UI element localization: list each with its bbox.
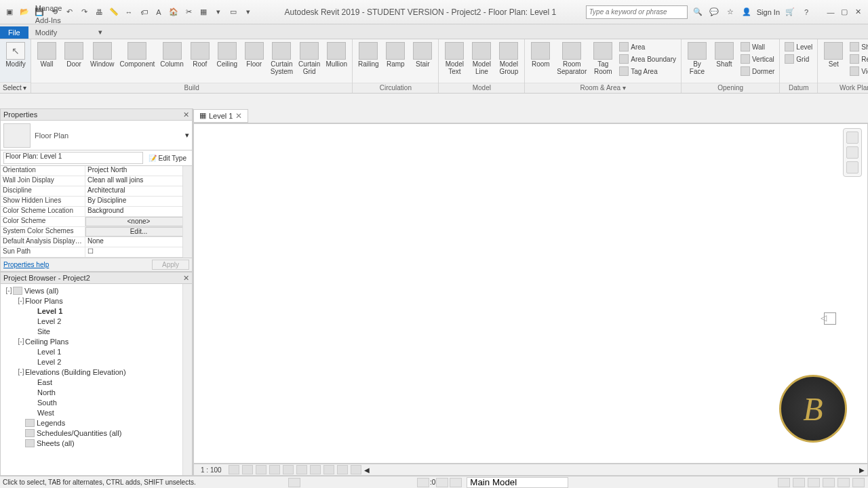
build-roof-button[interactable]: Roof (187, 41, 213, 69)
tree-node[interactable]: Level 2 (1, 357, 192, 367)
exchange-icon[interactable]: 🛒 (784, 6, 796, 18)
build-door-button[interactable]: Door (61, 41, 87, 69)
tree-node[interactable]: Schedules/Quantities (all) (1, 428, 192, 438)
signin-link[interactable]: Sign In (757, 8, 780, 16)
build-curtain-button[interactable]: CurtainSystem (269, 41, 295, 77)
room-tag-area-button[interactable]: Tag Area (617, 65, 678, 77)
datum-level-button[interactable]: Level (783, 41, 814, 53)
model-model-button[interactable]: ModelLine (469, 41, 494, 77)
opening-wall-button[interactable]: Wall (738, 41, 776, 53)
background-filter-icon[interactable] (852, 478, 865, 487)
sunpath-icon[interactable] (256, 465, 267, 474)
room-tag-button[interactable]: TagRoom (590, 41, 616, 77)
instance-dropdown[interactable]: Floor Plan: Level 1 (3, 152, 143, 164)
property-value[interactable]: Clean all wall joins (85, 176, 192, 186)
favorites-icon[interactable]: ☆ (724, 6, 736, 18)
file-tab[interactable]: File (0, 26, 28, 39)
modify-button[interactable]: ↖ Modify (3, 41, 28, 69)
property-value[interactable]: None (85, 237, 192, 247)
build-column-button[interactable]: Column (158, 41, 185, 69)
opening-dormer-button[interactable]: Dormer (738, 65, 776, 77)
view-scale[interactable]: 1 : 100 (197, 466, 226, 474)
thinlines-icon[interactable]: ▦ (197, 5, 210, 19)
help-icon[interactable]: ? (800, 6, 812, 18)
datum-grid-button[interactable]: Grid (783, 53, 814, 65)
maximize-button[interactable]: ▢ (838, 7, 850, 18)
property-row[interactable]: Sun Path (1, 247, 192, 258)
reveal-hidden-icon[interactable] (337, 465, 348, 474)
viewbar-left-arrow[interactable]: ◀ (364, 466, 370, 474)
property-row[interactable]: Show Hidden LinesBy Discipline (1, 197, 192, 207)
editable-only-icon[interactable] (436, 478, 448, 487)
ribbon-expand-icon[interactable]: ▾ (92, 26, 109, 39)
worksharing-display-icon[interactable] (351, 465, 361, 474)
default3d-icon[interactable]: 🏠 (167, 5, 180, 19)
property-row[interactable]: Color Scheme LocationBackground (1, 207, 192, 217)
tab-manage[interactable]: Manage (28, 2, 92, 14)
document-tab-close-icon[interactable]: ✕ (235, 111, 242, 121)
build-wall-button[interactable]: Wall (34, 41, 60, 69)
property-value[interactable]: By Discipline (85, 197, 192, 206)
workplane-viewer-button[interactable]: Viewer (848, 65, 868, 77)
workplane-ref-plane-button[interactable]: Ref Plane (848, 53, 868, 65)
close-button[interactable]: ✕ (852, 7, 864, 18)
tree-node[interactable]: South (1, 397, 192, 407)
minimize-button[interactable]: — (825, 7, 837, 18)
property-row[interactable]: OrientationProject North (1, 166, 192, 176)
hide-isolate-icon[interactable] (323, 465, 334, 474)
room-area-button[interactable]: Area (617, 41, 678, 53)
crop-icon[interactable] (296, 465, 307, 474)
room-room-button[interactable]: Room (528, 41, 553, 69)
search-icon[interactable]: 🔍 (692, 6, 704, 18)
property-value[interactable]: Background (85, 207, 192, 216)
property-value[interactable] (85, 247, 192, 257)
tab-modify[interactable]: Modify (28, 26, 92, 39)
property-value[interactable]: Edit... (85, 227, 192, 237)
expand-icon[interactable]: [-] (17, 338, 25, 345)
tree-node[interactable]: [-]Elevations (Building Elevation) (1, 367, 192, 377)
panel-title-room-area[interactable]: Room & Area ▾ (525, 83, 681, 93)
search-input[interactable] (586, 5, 688, 19)
workplane-show-button[interactable]: Show (848, 41, 868, 53)
workplane-set-button[interactable]: Set (821, 41, 846, 69)
browser-close-icon[interactable]: ✕ (183, 274, 189, 283)
expand-icon[interactable]: [-] (5, 287, 13, 294)
property-row[interactable]: Color Scheme<none> (1, 217, 192, 227)
worksets-icon[interactable] (288, 478, 300, 487)
property-value[interactable]: Project North (85, 166, 192, 176)
select-underlay-icon[interactable] (793, 478, 805, 487)
design-options-icon[interactable] (417, 478, 429, 487)
navwheel-icon[interactable] (846, 131, 859, 144)
build-floor-button[interactable]: Floor (241, 41, 267, 69)
opening-by-button[interactable]: ByFace (684, 41, 710, 77)
document-tab[interactable]: ▦ Level 1 ✕ (193, 109, 248, 123)
opening-vertical-button[interactable]: Vertical (738, 53, 776, 65)
tree-node[interactable]: [-]Floor Plans (1, 296, 192, 306)
filter-icon[interactable] (450, 478, 462, 487)
drag-elements-icon[interactable] (837, 478, 850, 487)
measure-icon[interactable]: 📏 (107, 5, 121, 19)
circulation-stair-button[interactable]: Stair (410, 41, 435, 69)
revit-menu-icon[interactable]: ▣ (3, 5, 16, 19)
tree-node[interactable]: North (1, 387, 192, 397)
build-curtain-button[interactable]: CurtainGrid (296, 41, 322, 77)
tree-node[interactable]: East (1, 377, 192, 387)
select-links-icon[interactable] (778, 478, 790, 487)
tree-node[interactable]: Level 1 (1, 306, 192, 316)
build-ceiling-button[interactable]: Ceiling (214, 41, 240, 69)
build-component-button[interactable]: Component (118, 41, 157, 69)
visual-style-icon[interactable] (242, 465, 253, 474)
switch-windows-icon[interactable]: ▭ (226, 5, 240, 19)
pan-icon[interactable] (846, 146, 859, 159)
render-icon[interactable] (283, 465, 294, 474)
type-selector[interactable]: Floor Plan ▾ (0, 121, 193, 150)
build-window-button[interactable]: Window (88, 41, 117, 69)
room-area-boundary-button[interactable]: Area Boundary (617, 53, 678, 65)
circulation-ramp-button[interactable]: Ramp (382, 41, 408, 69)
orientation-cube[interactable] (820, 307, 847, 327)
section-icon[interactable]: ✂ (182, 5, 195, 19)
property-row[interactable]: Wall Join DisplayClean all wall joins (1, 176, 192, 186)
workset-dropdown[interactable] (467, 477, 568, 488)
property-value[interactable]: <none> (85, 217, 192, 226)
properties-scrollbar[interactable] (182, 166, 192, 258)
